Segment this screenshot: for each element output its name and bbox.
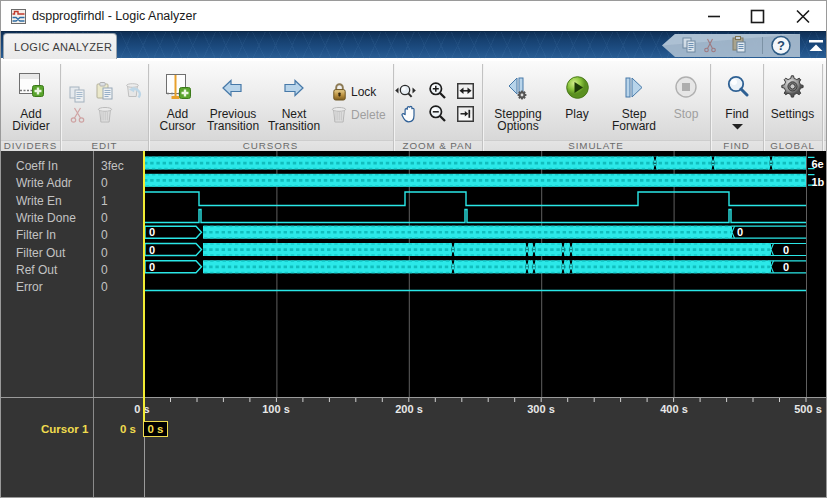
svg-text:0: 0 [149,261,155,273]
svg-text:0: 0 [737,226,743,238]
svg-text:0: 0 [149,244,155,256]
svg-text:?: ? [777,38,785,53]
svg-text:0: 0 [783,244,789,256]
svg-text:6e: 6e [812,158,824,170]
svg-text:0: 0 [783,261,789,273]
svg-text:1b: 1b [812,176,825,188]
svg-text:0: 0 [149,226,155,238]
